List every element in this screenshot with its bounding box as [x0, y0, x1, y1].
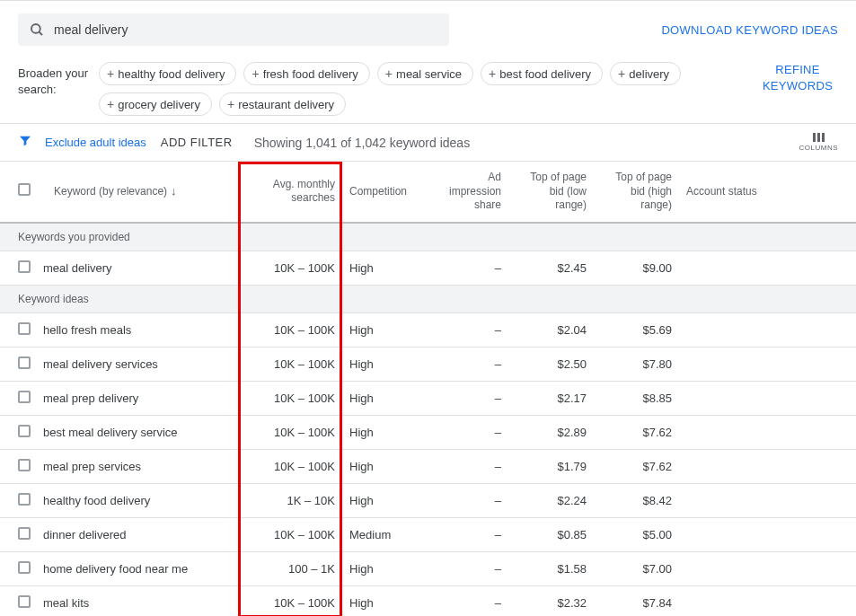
keyword-cell[interactable]: meal delivery services — [36, 347, 238, 381]
keyword-cell[interactable]: healthy food delivery — [36, 483, 238, 517]
low-bid-cell: $2.50 — [508, 347, 594, 381]
low-bid-cell: $2.45 — [508, 251, 594, 285]
avg-searches-cell: 100 – 1K — [238, 551, 342, 585]
ad-impression-cell: – — [428, 347, 508, 381]
broaden-chip[interactable]: +healthy food delivery — [99, 62, 236, 85]
ad-impression-cell: – — [428, 551, 508, 585]
avg-searches-cell: 10K – 100K — [238, 585, 342, 616]
col-avg-searches[interactable]: Avg. monthly searches — [238, 162, 342, 223]
col-low-bid[interactable]: Top of page bid (low range) — [508, 162, 594, 223]
keyword-cell[interactable]: meal prep services — [36, 449, 238, 483]
col-ad-impression[interactable]: Ad impression share — [428, 162, 508, 223]
broaden-search-label: Broaden your search: — [18, 62, 99, 98]
account-status-cell — [679, 415, 856, 449]
row-checkbox[interactable] — [0, 585, 36, 616]
svg-line-1 — [39, 31, 42, 35]
broaden-chip[interactable]: +delivery — [610, 62, 681, 85]
low-bid-cell: $1.79 — [508, 449, 594, 483]
competition-cell: High — [342, 415, 428, 449]
keyword-cell[interactable]: hello fresh meals — [36, 312, 238, 347]
row-checkbox[interactable] — [0, 415, 36, 449]
col-account-status[interactable]: Account status — [679, 162, 856, 223]
high-bid-cell: $5.69 — [594, 312, 679, 347]
ad-impression-cell: – — [428, 483, 508, 517]
high-bid-cell: $7.84 — [594, 585, 679, 616]
col-competition[interactable]: Competition — [342, 162, 428, 223]
broaden-chip[interactable]: +best food delivery — [481, 62, 603, 85]
plus-icon: + — [252, 66, 259, 81]
keyword-cell[interactable]: home delivery food near me — [36, 551, 238, 585]
plus-icon: + — [107, 97, 114, 111]
account-status-cell — [679, 312, 856, 347]
account-status-cell — [679, 551, 856, 585]
broaden-chip[interactable]: +restaurant delivery — [219, 92, 346, 116]
low-bid-cell: $2.17 — [508, 381, 594, 415]
filter-icon[interactable] — [18, 134, 32, 151]
row-checkbox[interactable] — [0, 483, 36, 517]
ad-impression-cell: – — [428, 415, 508, 449]
sort-down-icon: ↓ — [171, 184, 177, 198]
search-value: meal delivery — [54, 22, 128, 37]
ad-impression-cell: – — [428, 517, 508, 551]
avg-searches-cell: 10K – 100K — [238, 347, 342, 381]
competition-cell: Medium — [342, 517, 428, 551]
plus-icon: + — [227, 97, 234, 111]
table-header-row: Keyword (by relevance)↓ Avg. monthly sea… — [0, 162, 856, 223]
columns-button[interactable]: COLUMNS — [799, 133, 838, 152]
account-status-cell — [679, 449, 856, 483]
ad-impression-cell: – — [428, 449, 508, 483]
competition-cell: High — [342, 449, 428, 483]
columns-icon — [813, 133, 825, 142]
row-checkbox[interactable] — [0, 381, 36, 415]
ad-impression-cell: – — [428, 312, 508, 347]
keyword-table: Keyword (by relevance)↓ Avg. monthly sea… — [0, 162, 856, 616]
avg-searches-cell: 10K – 100K — [238, 517, 342, 551]
exclude-adult-ideas-link[interactable]: Exclude adult ideas — [45, 136, 146, 149]
select-all-checkbox[interactable] — [0, 162, 36, 223]
account-status-cell — [679, 517, 856, 551]
avg-searches-cell: 10K – 100K — [238, 251, 342, 285]
row-checkbox[interactable] — [0, 251, 36, 285]
broaden-chips: +healthy food delivery+fresh food delive… — [99, 62, 757, 116]
table-row: meal delivery10K – 100KHigh–$2.45$9.00 — [0, 251, 856, 285]
download-keyword-ideas-button[interactable]: DOWNLOAD KEYWORD IDEAS — [661, 23, 838, 37]
refine-keywords-button[interactable]: REFINE KEYWORDS — [757, 62, 838, 94]
competition-cell: High — [342, 585, 428, 616]
keyword-cell[interactable]: meal prep delivery — [36, 381, 238, 415]
plus-icon: + — [385, 66, 393, 81]
row-checkbox[interactable] — [0, 449, 36, 483]
broaden-chip[interactable]: +grocery delivery — [99, 92, 212, 116]
broaden-chip[interactable]: +fresh food delivery — [243, 62, 369, 85]
keyword-cell[interactable]: best meal delivery service — [36, 415, 238, 449]
row-checkbox[interactable] — [0, 551, 36, 585]
add-filter-button[interactable]: ADD FILTER — [161, 136, 233, 149]
account-status-cell — [679, 483, 856, 517]
row-checkbox[interactable] — [0, 312, 36, 347]
table-row: meal kits10K – 100KHigh–$2.32$7.84 — [0, 585, 856, 616]
broaden-chip[interactable]: +meal service — [377, 62, 473, 85]
col-high-bid[interactable]: Top of page bid (high range) — [594, 162, 679, 223]
search-icon — [29, 22, 45, 38]
plus-icon: + — [107, 66, 114, 81]
competition-cell: High — [342, 551, 428, 585]
low-bid-cell: $2.89 — [508, 415, 594, 449]
row-checkbox[interactable] — [0, 347, 36, 381]
row-checkbox[interactable] — [0, 517, 36, 551]
ad-impression-cell: – — [428, 251, 508, 285]
account-status-cell — [679, 381, 856, 415]
avg-searches-cell: 10K – 100K — [238, 381, 342, 415]
low-bid-cell: $0.85 — [508, 517, 594, 551]
low-bid-cell: $1.58 — [508, 551, 594, 585]
col-keyword[interactable]: Keyword (by relevance)↓ — [36, 162, 238, 223]
high-bid-cell: $8.42 — [594, 483, 679, 517]
high-bid-cell: $5.00 — [594, 517, 679, 551]
table-row: meal prep services10K – 100KHigh–$1.79$7… — [0, 449, 856, 483]
competition-cell: High — [342, 251, 428, 285]
avg-searches-cell: 1K – 10K — [238, 483, 342, 517]
high-bid-cell: $7.80 — [594, 347, 679, 381]
table-row: meal delivery services10K – 100KHigh–$2.… — [0, 347, 856, 381]
search-input[interactable]: meal delivery — [18, 13, 449, 46]
keyword-cell[interactable]: meal kits — [36, 585, 238, 616]
keyword-cell[interactable]: meal delivery — [36, 251, 238, 285]
keyword-cell[interactable]: dinner delivered — [36, 517, 238, 551]
